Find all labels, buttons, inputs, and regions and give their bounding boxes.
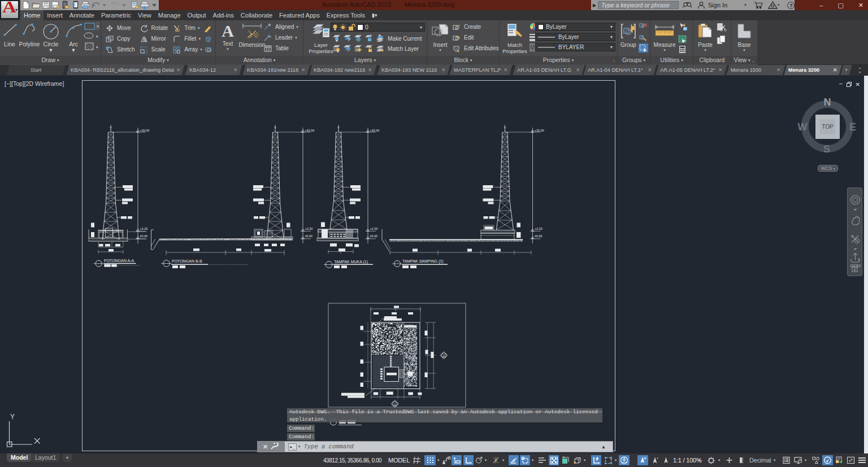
svg-text:▾: ▾ (96, 34, 98, 38)
svg-text:S: S (823, 143, 830, 155)
svg-text:+32.00: +32.00 (305, 129, 315, 132)
svg-text:+32.00: +32.00 (535, 129, 544, 132)
svg-text:2: 2 (443, 354, 445, 357)
svg-text:±0.00: ±0.00 (535, 234, 542, 238)
svg-text:TOP: TOP (822, 124, 834, 130)
svg-text:±0.00: ±0.00 (370, 234, 377, 238)
svg-text:POTONGAN B-B: POTONGAN B-B (172, 259, 202, 263)
svg-text:TAMPAK MUKA (1): TAMPAK MUKA (1) (334, 260, 368, 264)
svg-text:N: N (824, 97, 831, 108)
svg-text:+2.20: +2.20 (140, 227, 148, 230)
svg-text:+32.00: +32.00 (140, 129, 150, 132)
svg-text:±0.00: ±0.00 (305, 234, 313, 238)
svg-text:POTONGAN A-A: POTONGAN A-A (104, 259, 134, 263)
svg-text:Line: Line (4, 41, 15, 47)
svg-text:1: 1 (394, 403, 396, 406)
svg-text:+2.20: +2.20 (535, 227, 542, 230)
svg-text:E: E (849, 121, 856, 133)
svg-text:+2.20: +2.20 (370, 227, 378, 230)
svg-text:Y: Y (10, 413, 15, 421)
svg-text:▾: ▾ (49, 46, 53, 53)
svg-text:±0.00: ±0.00 (140, 234, 147, 238)
svg-text:▾: ▾ (97, 24, 99, 28)
svg-text:+32.00: +32.00 (370, 129, 380, 132)
svg-text:▾: ▾ (96, 45, 98, 49)
svg-text:W: W (798, 121, 808, 133)
svg-text:+2.20: +2.20 (305, 227, 313, 230)
svg-text:TAMPAK SAMPING (2): TAMPAK SAMPING (2) (402, 259, 443, 264)
svg-text:▾: ▾ (72, 46, 75, 53)
svg-text:Polyline: Polyline (19, 41, 40, 47)
